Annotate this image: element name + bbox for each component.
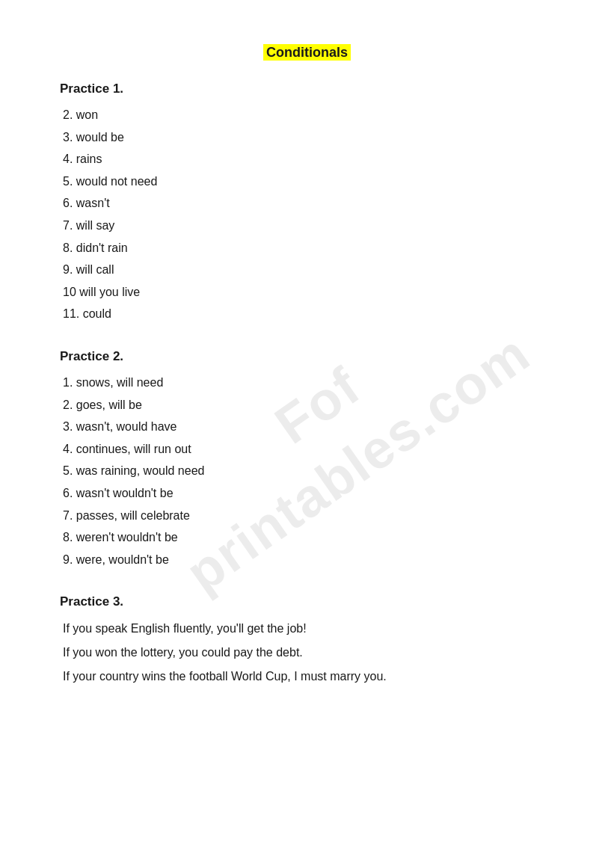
list-item: 8. weren't wouldn't be	[63, 526, 554, 549]
list-item: 5. would not need	[63, 170, 554, 193]
practice1-heading: Practice 1.	[60, 81, 554, 96]
list-item: 6. wasn't	[63, 192, 554, 215]
list-item: If your country wins the football World …	[63, 665, 554, 689]
list-item: 9. were, wouldn't be	[63, 549, 554, 571]
list-item: 4. rains	[63, 148, 554, 170]
list-item: 1. snows, will need	[63, 372, 554, 394]
list-item: 6. wasn't wouldn't be	[63, 482, 554, 505]
list-item: If you won the lottery, you could pay th…	[63, 641, 554, 665]
list-item: 11. could	[63, 303, 554, 325]
list-item: 2. goes, will be	[63, 394, 554, 416]
practice1-section: Practice 1. 2. won 3. would be 4. rains …	[60, 81, 554, 325]
page: Fofprintables.com Conditionals Practice …	[0, 0, 614, 868]
list-item: 8. didn't rain	[63, 237, 554, 259]
practice1-items: 2. won 3. would be 4. rains 5. would not…	[60, 104, 554, 325]
list-item: If you speak English fluently, you'll ge…	[63, 617, 554, 641]
practice2-items: 1. snows, will need 2. goes, will be 3. …	[60, 372, 554, 570]
list-item: 5. was raining, would need	[63, 460, 554, 482]
practice2-section: Practice 2. 1. snows, will need 2. goes,…	[60, 349, 554, 570]
practice3-heading: Practice 3.	[60, 594, 554, 609]
list-item: 9. will call	[63, 259, 554, 281]
list-item: 10 will you live	[63, 281, 554, 304]
list-item: 3. wasn't, would have	[63, 416, 554, 438]
practice3-items: If you speak English fluently, you'll ge…	[60, 617, 554, 689]
title-text: Conditionals	[263, 44, 351, 61]
list-item: 3. would be	[63, 126, 554, 149]
list-item: 4. continues, will run out	[63, 438, 554, 461]
practice2-heading: Practice 2.	[60, 349, 554, 364]
practice3-section: Practice 3. If you speak English fluentl…	[60, 594, 554, 689]
list-item: 2. won	[63, 104, 554, 126]
list-item: 7. will say	[63, 215, 554, 237]
page-title: Conditionals	[60, 45, 554, 61]
list-item: 7. passes, will celebrate	[63, 505, 554, 527]
